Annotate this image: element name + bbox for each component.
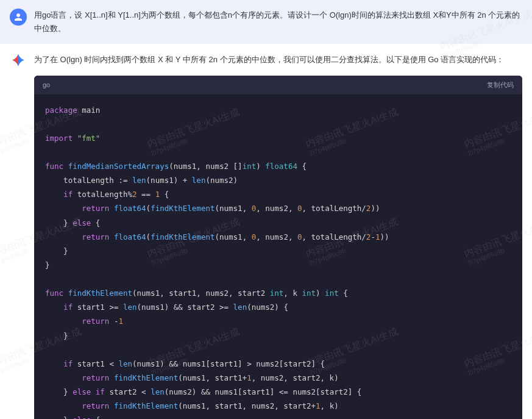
code-content[interactable]: package main import "fmt" func findMedia… <box>34 95 522 419</box>
user-text: 用go语言，设 X[1..n]和 Y[1..n]为两个数组，每个都包含n个有序的… <box>34 9 522 35</box>
person-icon <box>13 12 24 23</box>
user-message: 用go语言，设 X[1..n]和 Y[1..n]为两个数组，每个都包含n个有序的… <box>0 0 532 44</box>
copy-button[interactable]: 复制代码 <box>487 81 514 90</box>
code-language: go <box>43 81 50 88</box>
assistant-message: 为了在 O(lgn) 时间内找到两个数组 X 和 Y 中所有 2n 个元素的中位… <box>0 44 532 419</box>
code-block: go 复制代码 package main import "fmt" func f… <box>34 76 522 419</box>
assistant-intro: 为了在 O(lgn) 时间内找到两个数组 X 和 Y 中所有 2n 个元素的中位… <box>34 52 522 66</box>
user-avatar <box>10 9 27 26</box>
spark-icon <box>10 53 26 69</box>
assistant-avatar <box>10 52 27 70</box>
code-header: go 复制代码 <box>34 76 522 95</box>
